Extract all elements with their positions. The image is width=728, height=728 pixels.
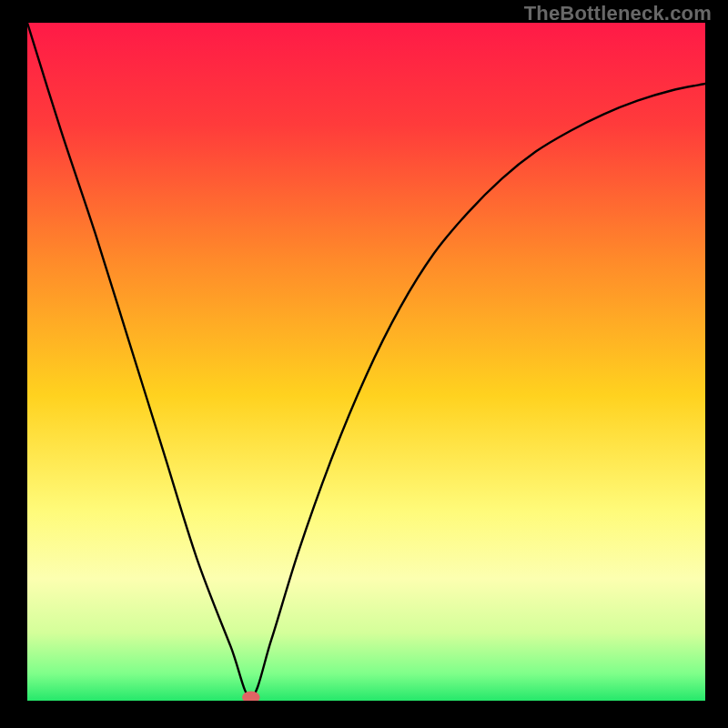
- minimum-marker: [242, 692, 259, 703]
- chart-frame: { "watermark": "TheBottleneck.com", "cha…: [0, 0, 728, 728]
- bottleneck-chart: [0, 0, 728, 728]
- gradient-background: [27, 23, 705, 701]
- watermark-label: TheBottleneck.com: [524, 2, 712, 25]
